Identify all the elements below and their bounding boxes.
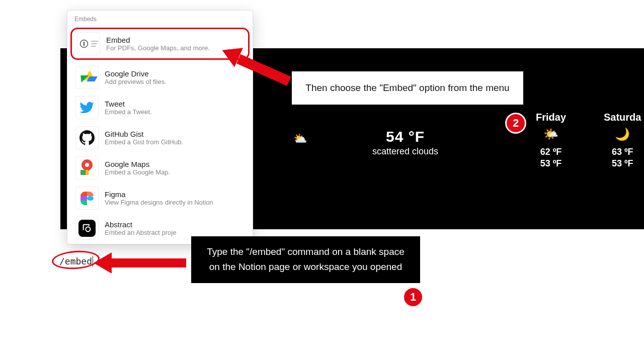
menu-section-header: Embeds — [67, 11, 253, 26]
menu-item-google-drive[interactable]: Google Drive Add previews of files. — [70, 63, 250, 92]
menu-item-title: Tweet — [105, 100, 152, 108]
svg-point-3 — [86, 227, 90, 231]
forecast-low: 53 ºF — [536, 158, 566, 169]
forecast-high: 63 ºF — [604, 146, 641, 158]
forecast-high: 62 ºF — [536, 146, 566, 158]
embed-icon — [77, 32, 100, 55]
menu-item-title: Embed — [106, 36, 210, 44]
forecast-day-label: Friday — [536, 112, 566, 123]
google-drive-icon — [75, 66, 99, 89]
menu-item-tweet[interactable]: Tweet Embed a Tweet. — [70, 93, 250, 122]
menu-item-subtitle: Embed a Tweet. — [105, 108, 152, 116]
step-badge-1: 1 — [403, 287, 424, 308]
menu-item-subtitle: Embed a Google Map. — [105, 168, 170, 176]
annotation-step1: Type the "/embed" command on a blank spa… — [191, 236, 420, 283]
forecast-friday: Friday 🌤️ 62 ºF 53 ºF — [536, 112, 566, 169]
menu-item-subtitle: Embed a Gist from GitHub. — [105, 138, 183, 146]
current-temp: 54 °F — [372, 128, 438, 145]
menu-item-subtitle: For PDFs, Google Maps, and more. — [106, 44, 210, 52]
svg-marker-1 — [83, 41, 85, 44]
step-badge-2: 2 — [505, 113, 526, 134]
sunny-cloud-icon: 🌤️ — [536, 127, 566, 141]
menu-item-subtitle: Add previews of files. — [105, 78, 167, 85]
moon-icon: 🌙 — [604, 127, 641, 141]
abstract-icon — [75, 217, 99, 240]
menu-item-subtitle: Embed an Abstract proje — [105, 229, 176, 236]
menu-item-google-maps[interactable]: Google Maps Embed a Google Map. — [70, 153, 250, 183]
twitter-icon — [75, 96, 99, 119]
forecast-low: 53 ºF — [604, 158, 641, 169]
partly-cloudy-icon: ⛅ — [293, 132, 307, 145]
menu-item-title: Google Drive — [105, 69, 167, 78]
menu-item-title: Figma — [105, 190, 213, 199]
figma-icon — [75, 187, 99, 210]
github-icon — [75, 126, 99, 149]
annotation-step2: Then choose the "Embed" option from the … — [292, 71, 523, 105]
annotation-text: Type the "/embed" command on a blank spa… — [207, 246, 405, 272]
menu-item-title: GitHub Gist — [105, 130, 183, 138]
current-weather: 54 °F scattered clouds — [372, 128, 438, 157]
current-condition: scattered clouds — [372, 146, 438, 157]
svg-marker-2 — [83, 44, 85, 47]
google-maps-icon — [75, 156, 99, 179]
menu-item-title: Abstract — [105, 220, 176, 229]
annotation-text: Then choose the "Embed" option from the … — [305, 82, 509, 93]
forecast-saturday: Saturda 🌙 63 ºF 53 ºF — [604, 112, 641, 169]
menu-item-title: Google Maps — [105, 160, 170, 168]
menu-item-figma[interactable]: Figma View Figma designs directly in Not… — [70, 184, 250, 213]
menu-item-github-gist[interactable]: GitHub Gist Embed a Gist from GitHub. — [70, 123, 250, 152]
forecast-day-label: Saturda — [604, 112, 641, 123]
menu-item-subtitle: View Figma designs directly in Notion — [105, 199, 213, 206]
